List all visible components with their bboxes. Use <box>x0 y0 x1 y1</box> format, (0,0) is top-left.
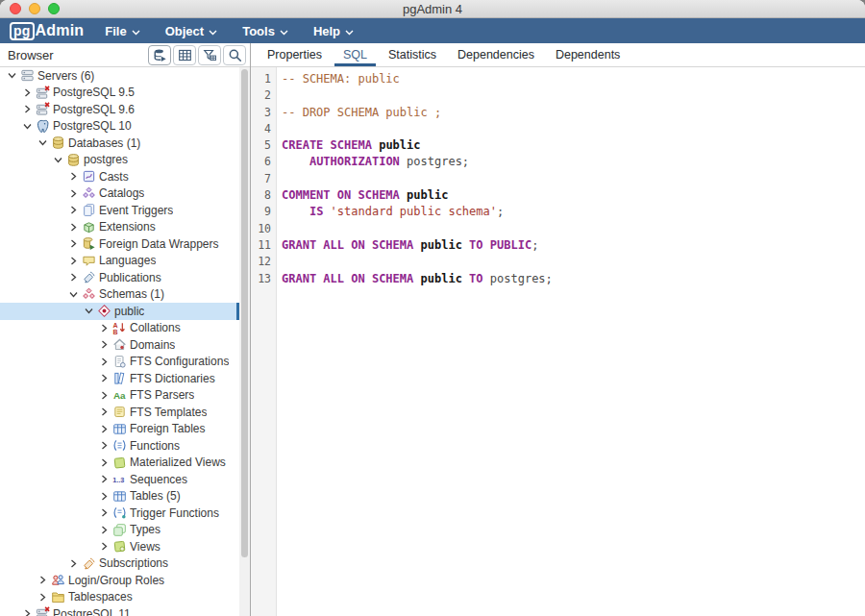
chevron-right-icon[interactable] <box>67 221 80 234</box>
chevron-right-icon[interactable] <box>21 607 34 616</box>
chevron-right-icon[interactable] <box>67 170 80 183</box>
sql-code-area[interactable]: -- SCHEMA: public-- DROP SCHEMA public ;… <box>277 67 865 616</box>
chevron-right-icon[interactable] <box>98 456 111 469</box>
tree-item-publications[interactable]: Publications <box>0 269 239 286</box>
chevron-right-icon[interactable] <box>98 372 111 384</box>
chevron-right-icon[interactable] <box>98 439 111 452</box>
chevron-right-icon[interactable] <box>37 574 49 586</box>
chevron-right-icon[interactable] <box>67 271 80 283</box>
collapse-tree-button[interactable] <box>148 45 171 65</box>
chevron-right-icon[interactable] <box>67 237 80 250</box>
tree-item-servers-6[interactable]: Servers (6) <box>0 67 239 85</box>
zoom-window-button[interactable] <box>48 3 60 14</box>
code-line[interactable] <box>282 87 865 104</box>
tree-item-fts-dictionaries[interactable]: FTS Dictionaries <box>0 370 239 387</box>
chevron-right-icon[interactable] <box>37 591 49 604</box>
chevron-right-icon[interactable] <box>98 406 111 418</box>
tree-item-sequences[interactable]: 1..3Sequences <box>0 471 239 488</box>
code-line[interactable] <box>282 254 865 270</box>
code-line[interactable]: -- SCHEMA: public <box>282 71 865 87</box>
tree-item-tablespaces[interactable]: Tablespaces <box>0 589 239 606</box>
tree-item-fts-parsers[interactable]: AaFTS Parsers <box>0 387 239 405</box>
chevron-right-icon[interactable] <box>67 255 80 267</box>
code-line[interactable]: GRANT ALL ON SCHEMA public TO postgres; <box>282 271 865 287</box>
chevron-right-icon[interactable] <box>21 86 34 99</box>
code-line[interactable]: CREATE SCHEMA public <box>282 137 865 154</box>
tree-item-collations[interactable]: ABCollations <box>0 320 239 337</box>
tree-item-postgres[interactable]: postgres <box>0 152 239 169</box>
chevron-right-icon[interactable] <box>98 338 111 351</box>
tree-item-extensions[interactable]: Extensions <box>0 219 239 236</box>
menu-help[interactable]: Help <box>313 24 354 38</box>
code-line[interactable] <box>282 121 865 137</box>
chevron-right-icon[interactable] <box>98 506 111 519</box>
tree-item-casts[interactable]: Casts <box>0 168 239 185</box>
titlebar[interactable]: pgAdmin 4 <box>0 0 865 18</box>
code-line[interactable] <box>282 221 865 237</box>
tree-item-databases-1[interactable]: Databases (1) <box>0 135 239 152</box>
search-button[interactable] <box>223 45 246 65</box>
tree-item-views[interactable]: Views <box>0 538 239 555</box>
tree-item-languages[interactable]: Languages <box>0 253 239 270</box>
tree-item-foreign-data-wrappers[interactable]: Foreign Data Wrappers <box>0 235 239 253</box>
tab-dependencies[interactable]: Dependencies <box>449 43 543 66</box>
tree-item-domains[interactable]: Domains <box>0 336 239 354</box>
chevron-down-icon[interactable] <box>67 288 80 301</box>
code-line[interactable] <box>282 171 865 187</box>
code-line[interactable]: AUTHORIZATION postgres; <box>282 154 865 170</box>
tree-item-schemas-1[interactable]: Schemas (1) <box>0 286 239 304</box>
code-line[interactable]: -- DROP SCHEMA public ; <box>282 105 865 121</box>
tree-item-functions[interactable]: Functions <box>0 437 239 455</box>
chevron-right-icon[interactable] <box>67 187 80 200</box>
tree-item-tables-5[interactable]: Tables (5) <box>0 488 239 505</box>
chevron-right-icon[interactable] <box>98 473 111 485</box>
tree-item-event-triggers[interactable]: Event Triggers <box>0 202 239 219</box>
tree-item-trigger-functions[interactable]: Trigger Functions <box>0 505 239 522</box>
menu-tools[interactable]: Tools <box>242 24 288 38</box>
tree-item-types[interactable]: Types <box>0 522 239 539</box>
chevron-down-icon[interactable] <box>83 305 95 317</box>
menu-file[interactable]: File <box>105 24 139 38</box>
chevron-down-icon[interactable] <box>37 136 49 149</box>
chevron-down-icon[interactable] <box>52 154 64 166</box>
tab-statistics[interactable]: Statistics <box>380 43 445 66</box>
tree-item-fts-configurations[interactable]: FTS Configurations <box>0 354 239 371</box>
code-line[interactable]: IS 'standard public schema'; <box>282 204 865 220</box>
minimize-window-button[interactable] <box>29 3 40 14</box>
tree-scrollbar-thumb[interactable] <box>241 69 248 557</box>
tree-item-login-group-roles[interactable]: Login/Group Roles <box>0 572 239 589</box>
tree-item-subscriptions[interactable]: Subscriptions <box>0 555 239 573</box>
tree-item-postgresql-9-5[interactable]: PostgreSQL 9.5 <box>0 85 239 102</box>
chevron-right-icon[interactable] <box>98 322 111 334</box>
tree-item-public[interactable]: public <box>0 303 239 320</box>
chevron-down-icon[interactable] <box>21 120 34 133</box>
chevron-down-icon[interactable] <box>6 69 18 82</box>
close-window-button[interactable] <box>10 3 21 14</box>
tree-scrollbar[interactable] <box>239 67 250 616</box>
code-line[interactable]: GRANT ALL ON SCHEMA public TO PUBLIC; <box>282 237 865 254</box>
chevron-right-icon[interactable] <box>98 490 111 503</box>
chevron-right-icon[interactable] <box>98 540 111 553</box>
tree-item-postgresql-9-6[interactable]: PostgreSQL 9.6 <box>0 101 239 118</box>
tree-item-postgresql-10[interactable]: PostgreSQL 10 <box>0 118 239 136</box>
code-line[interactable]: COMMENT ON SCHEMA public <box>282 187 865 204</box>
sql-editor[interactable]: 12345678910111213 -- SCHEMA: public-- DR… <box>251 67 865 616</box>
tree-item-fts-templates[interactable]: FTS Templates <box>0 404 239 421</box>
chevron-right-icon[interactable] <box>98 423 111 435</box>
chevron-right-icon[interactable] <box>67 204 80 216</box>
filter-button[interactable] <box>198 45 221 65</box>
menu-object[interactable]: Object <box>165 24 217 38</box>
chevron-right-icon[interactable] <box>98 524 111 536</box>
chevron-right-icon[interactable] <box>98 356 111 368</box>
tab-sql[interactable]: SQL <box>334 43 376 66</box>
chevron-right-icon[interactable] <box>67 557 80 570</box>
tree-item-materialized-views[interactable]: Materialized Views <box>0 455 239 472</box>
tab-dependents[interactable]: Dependents <box>547 43 629 66</box>
tree-item-foreign-tables[interactable]: Foreign Tables <box>0 421 239 438</box>
chevron-right-icon[interactable] <box>98 389 111 402</box>
grid-button[interactable] <box>173 45 196 65</box>
tree-item-catalogs[interactable]: Catalogs <box>0 185 239 203</box>
tree-item-postgresql-11[interactable]: PostgreSQL 11 <box>0 605 239 616</box>
tab-properties[interactable]: Properties <box>259 43 331 66</box>
chevron-right-icon[interactable] <box>21 103 34 115</box>
